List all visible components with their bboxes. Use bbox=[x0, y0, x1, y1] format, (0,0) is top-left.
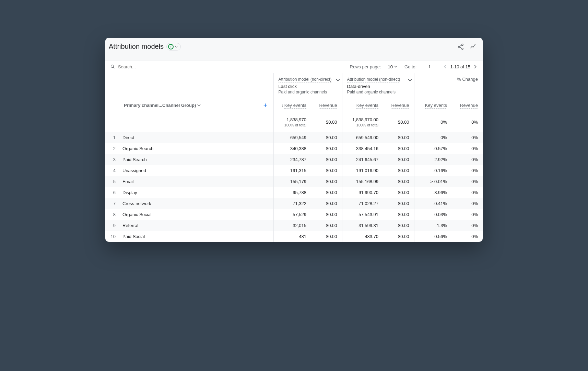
cell-rev2: $0.00 bbox=[383, 143, 414, 154]
table-row[interactable]: 10Paid Social481$0.00483.70$0.000.56%0% bbox=[105, 231, 483, 242]
cell-revc: 0% bbox=[452, 220, 483, 231]
row-number: 5 bbox=[105, 176, 118, 187]
col-key-events-b[interactable]: Key events bbox=[356, 103, 378, 109]
row-number: 6 bbox=[105, 187, 118, 198]
report-card: Attribution models ✓ Rows per page: bbox=[105, 38, 483, 242]
cell-keyc: 0.03% bbox=[414, 209, 452, 220]
cell-revc: 0% bbox=[452, 187, 483, 198]
dimension-selector[interactable]: Primary channel...Channel Group) bbox=[124, 103, 196, 108]
cell-rev1: $0.00 bbox=[311, 176, 342, 187]
cell-revc: 0% bbox=[452, 198, 483, 209]
cell-keyc: >-0.01% bbox=[414, 176, 452, 187]
table-row[interactable]: 3Paid Search234,787$0.00241,645.67$0.002… bbox=[105, 154, 483, 165]
cell-key2: 71,028.27 bbox=[342, 198, 383, 209]
header: Attribution models ✓ bbox=[105, 38, 483, 60]
page-range: 1-10 of 15 bbox=[450, 64, 470, 69]
search-icon bbox=[110, 64, 115, 69]
share-icon[interactable] bbox=[457, 43, 464, 50]
chevron-down-icon bbox=[197, 103, 201, 107]
cell-key2: 241,645.67 bbox=[342, 154, 383, 165]
search-input[interactable] bbox=[118, 64, 222, 69]
cell-key2: 659,549.00 bbox=[342, 132, 383, 143]
chevron-down-icon bbox=[175, 45, 178, 48]
cell-key1: 32,015 bbox=[273, 220, 311, 231]
cell-keyc: 0% bbox=[414, 132, 452, 143]
status-pill[interactable]: ✓ bbox=[166, 43, 181, 50]
model-a-chevron[interactable] bbox=[336, 78, 340, 83]
cell-rev1: $0.00 bbox=[311, 143, 342, 154]
row-number: 7 bbox=[105, 198, 118, 209]
cell-rev1: $0.00 bbox=[311, 209, 342, 220]
col-revenue-b[interactable]: Revenue bbox=[391, 103, 409, 109]
model-b-chevron[interactable] bbox=[408, 78, 412, 83]
page-next-icon[interactable] bbox=[472, 64, 478, 69]
col-revenue-a[interactable]: Revenue bbox=[319, 103, 337, 109]
cell-revc: 0% bbox=[452, 231, 483, 242]
row-number: 8 bbox=[105, 209, 118, 220]
cell-key1: 71,322 bbox=[273, 198, 311, 209]
add-dimension-button[interactable]: + bbox=[263, 102, 269, 108]
table-row[interactable]: 5Email155,179$0.00155,168.99$0.00>-0.01%… bbox=[105, 176, 483, 187]
cell-revc: 0% bbox=[452, 209, 483, 220]
cell-keyc: -0.41% bbox=[414, 198, 452, 209]
cell-key2: 31,599.31 bbox=[342, 220, 383, 231]
cell-rev2: $0.00 bbox=[383, 220, 414, 231]
cell-keyc: 0.56% bbox=[414, 231, 452, 242]
sort-desc-icon[interactable]: ↓ bbox=[282, 103, 284, 108]
table-row[interactable]: 2Organic Search340,388$0.00338,454.16$0.… bbox=[105, 143, 483, 154]
page-prev-icon[interactable] bbox=[443, 64, 448, 69]
table-row[interactable]: 1Direct659,549$0.00659,549.00$0.000%0% bbox=[105, 132, 483, 143]
channel-name: Cross-network bbox=[118, 198, 273, 209]
cell-rev1: $0.00 bbox=[311, 132, 342, 143]
table-row[interactable]: 8Organic Social57,529$0.0057,543.91$0.00… bbox=[105, 209, 483, 220]
cell-rev1: $0.00 bbox=[311, 220, 342, 231]
model-a-sub: Paid and organic channels bbox=[279, 90, 337, 94]
cell-key2: 338,454.16 bbox=[342, 143, 383, 154]
channel-name: Organic Search bbox=[118, 143, 273, 154]
cell-keyc: -1.3% bbox=[414, 220, 452, 231]
table-row[interactable]: 9Referral32,015$0.0031,599.31$0.00-1.3%0… bbox=[105, 220, 483, 231]
cell-rev1: $0.00 bbox=[311, 154, 342, 165]
table-row[interactable]: 4Unassigned191,315$0.00191,016.90$0.00-0… bbox=[105, 165, 483, 176]
channel-name: Paid Social bbox=[118, 231, 273, 242]
cell-rev2: $0.00 bbox=[383, 165, 414, 176]
channel-name: Email bbox=[118, 176, 273, 187]
cell-key1: 57,529 bbox=[273, 209, 311, 220]
col-revenue-change[interactable]: Revenue bbox=[460, 103, 478, 109]
cell-revc: 0% bbox=[452, 176, 483, 187]
cell-revc: 0% bbox=[452, 165, 483, 176]
cell-key1: 234,787 bbox=[273, 154, 311, 165]
insights-icon[interactable] bbox=[470, 43, 477, 50]
go-to-input[interactable] bbox=[423, 64, 436, 69]
model-b-name[interactable]: Data-driven bbox=[347, 84, 370, 89]
col-key-events-a[interactable]: Key events bbox=[284, 103, 306, 109]
total-rev1: $0.00 bbox=[311, 112, 342, 132]
cell-rev2: $0.00 bbox=[383, 176, 414, 187]
cell-rev2: $0.00 bbox=[383, 231, 414, 242]
total-keyc: 0% bbox=[414, 112, 452, 132]
cell-keyc: -3.96% bbox=[414, 187, 452, 198]
cell-key1: 340,388 bbox=[273, 143, 311, 154]
svg-point-3 bbox=[111, 65, 113, 67]
channel-name: Direct bbox=[118, 132, 273, 143]
total-rev2: $0.00 bbox=[383, 112, 414, 132]
table-row[interactable]: 7Cross-network71,322$0.0071,028.27$0.00-… bbox=[105, 198, 483, 209]
cell-key2: 155,168.99 bbox=[342, 176, 383, 187]
channel-name: Unassigned bbox=[118, 165, 273, 176]
col-key-events-change[interactable]: Key events bbox=[425, 103, 447, 109]
cell-rev2: $0.00 bbox=[383, 154, 414, 165]
cell-rev1: $0.00 bbox=[311, 231, 342, 242]
table-row[interactable]: 6Display95,788$0.0091,990.70$0.00-3.96%0… bbox=[105, 187, 483, 198]
channel-name: Display bbox=[118, 187, 273, 198]
cell-key2: 91,990.70 bbox=[342, 187, 383, 198]
table-toolbar: Rows per page: 10 Go to: 1-10 of 15 bbox=[105, 60, 483, 73]
model-b-sub: Paid and organic channels bbox=[347, 90, 409, 94]
row-number: 9 bbox=[105, 220, 118, 231]
rows-per-page-select[interactable]: 10 bbox=[388, 64, 398, 69]
cell-revc: 0% bbox=[452, 143, 483, 154]
cell-keyc: -0.57% bbox=[414, 143, 452, 154]
channel-name: Organic Social bbox=[118, 209, 273, 220]
cell-key1: 191,315 bbox=[273, 165, 311, 176]
cell-revc: 0% bbox=[452, 132, 483, 143]
model-a-name[interactable]: Last click bbox=[279, 84, 297, 89]
